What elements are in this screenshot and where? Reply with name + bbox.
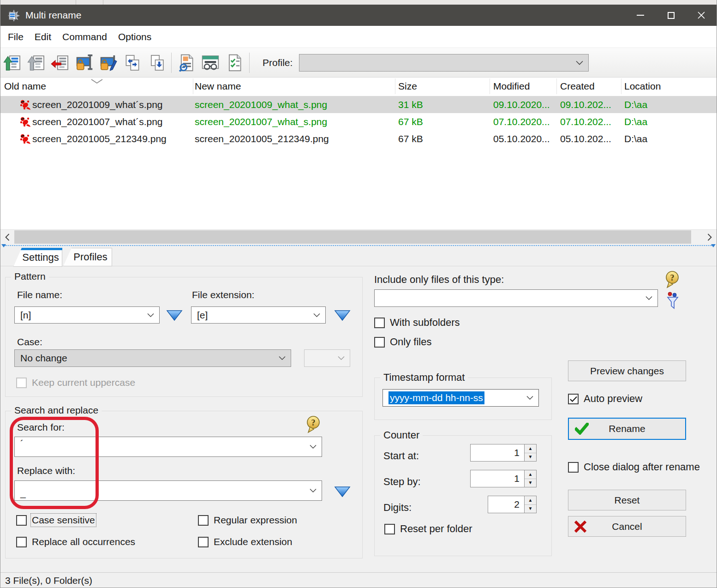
minimize-button[interactable] — [625, 5, 656, 26]
filter-funnel-icon[interactable] — [666, 291, 680, 310]
replace-placeholders-button[interactable] — [334, 485, 351, 498]
help-balloon-icon[interactable]: ? — [306, 416, 321, 434]
toolbar-checklist-button[interactable] — [222, 50, 246, 75]
toolbar-edit-names-editor-button[interactable] — [96, 50, 120, 75]
multi-rename-window: Multi rename File Edit Command Options — [0, 0, 717, 588]
auto-preview-checkbox[interactable]: Auto preview — [568, 393, 642, 405]
chevron-down-icon — [310, 445, 317, 449]
search-replace-group-label: Search and replace — [11, 405, 102, 416]
column-header-new-name[interactable]: New name — [195, 78, 241, 95]
digits-value[interactable]: 2 — [488, 496, 524, 513]
with-subfolders-checkbox[interactable]: With subfolders — [374, 317, 460, 329]
file-extension-combobox[interactable]: [e] — [191, 306, 326, 324]
start-at-value[interactable]: 1 — [470, 444, 524, 462]
start-at-spinner[interactable]: 1 ▲ ▼ — [470, 444, 537, 462]
timestamp-format-combobox[interactable]: yyyy-mm-dd hh-nn-ss — [382, 389, 539, 407]
step-by-value[interactable]: 1 — [470, 470, 524, 487]
replace-with-label: Replace with: — [17, 465, 75, 476]
column-header-modified[interactable]: Modified — [493, 78, 530, 95]
preview-changes-button[interactable]: Preview changes — [568, 360, 686, 381]
pattern-group-label: Pattern — [11, 271, 49, 282]
toolbar-copy-names-button[interactable] — [120, 50, 144, 75]
step-by-spinner[interactable]: 1 ▲ ▼ — [470, 470, 537, 487]
menu-file[interactable]: File — [2, 26, 29, 48]
menu-edit[interactable]: Edit — [29, 26, 57, 48]
digits-spinner[interactable]: 2 ▲ ▼ — [488, 496, 537, 513]
background-strip — [0, 0, 717, 5]
spin-up-button[interactable]: ▲ — [525, 496, 536, 505]
table-row[interactable]: screen_20201009_what´s.png screen_202010… — [0, 96, 717, 113]
close-dialog-after-rename-checkbox[interactable]: Close dialog after rename — [568, 461, 700, 473]
spin-up-button[interactable]: ▲ — [525, 470, 536, 479]
timestamp-group-label: Timestamp format — [380, 372, 468, 384]
table-row[interactable]: screen_20201005_212349.png screen_202010… — [0, 130, 717, 147]
chevron-down-icon — [338, 356, 345, 360]
status-bar: 3 File(s), 0 Folder(s) — [0, 572, 717, 588]
created-date: 05.10.202... — [560, 130, 621, 147]
menu-options[interactable]: Options — [113, 26, 157, 48]
spin-down-button[interactable]: ▼ — [525, 453, 536, 462]
scroll-right-button[interactable] — [703, 230, 717, 244]
reset-button[interactable]: Reset — [568, 490, 686, 510]
spin-down-button[interactable]: ▼ — [525, 505, 536, 513]
cancel-button[interactable]: Cancel — [568, 516, 686, 537]
tab-settings[interactable]: Settings — [13, 248, 62, 267]
spin-down-button[interactable]: ▼ — [525, 479, 536, 487]
reset-per-folder-checkbox[interactable]: Reset per folder — [384, 523, 472, 535]
checkbox-icon — [384, 524, 395, 534]
toolbar-paste-names-button[interactable] — [144, 50, 168, 75]
scroll-left-button[interactable] — [0, 230, 14, 244]
red-x-icon — [574, 521, 586, 533]
replace-with-combobox[interactable]: _ — [14, 480, 322, 501]
toolbar-remove-from-list-button[interactable] — [48, 50, 72, 75]
file-name-placeholders-button[interactable] — [166, 309, 183, 322]
column-header-size[interactable]: Size — [398, 78, 417, 95]
splitter-handle[interactable] — [0, 244, 717, 248]
menu-command[interactable]: Command — [57, 26, 113, 48]
only-files-checkbox[interactable]: Only files — [374, 336, 431, 348]
maximize-button[interactable] — [656, 5, 686, 26]
exclude-extension-checkbox[interactable]: Exclude extension — [198, 536, 292, 547]
rename-button[interactable]: Rename — [568, 418, 686, 440]
chevron-down-icon — [576, 60, 583, 65]
column-header-created[interactable]: Created — [560, 78, 595, 95]
replace-all-occurrences-checkbox[interactable]: Replace all occurrences — [16, 536, 135, 547]
toolbar-move-up-button[interactable] — [24, 50, 48, 75]
regular-expression-checkbox[interactable]: Regular expression — [198, 515, 297, 526]
toolbar-edit-name-button[interactable] — [72, 50, 96, 75]
keep-uppercase-checkbox[interactable]: Keep current uppercase — [16, 377, 135, 388]
horizontal-scrollbar[interactable] — [0, 229, 717, 244]
column-header-old-name[interactable]: Old name — [4, 78, 46, 95]
scrollbar-thumb[interactable] — [14, 230, 691, 244]
case-extra-combobox[interactable] — [304, 349, 350, 367]
search-for-combobox[interactable]: ´ — [14, 437, 322, 457]
modified-date: 05.10.2020... — [493, 130, 557, 147]
minimize-icon — [637, 15, 644, 16]
toolbar-move-up-first-button[interactable] — [0, 50, 24, 75]
profile-label: Profile: — [263, 57, 293, 68]
checklist-icon — [225, 53, 244, 72]
include-files-combobox[interactable] — [374, 289, 658, 307]
checkbox-icon — [16, 537, 27, 547]
case-combobox[interactable]: No change — [14, 349, 291, 367]
toolbar-preview-button[interactable] — [198, 50, 222, 75]
close-button[interactable] — [686, 5, 717, 26]
location: D:\aa — [624, 130, 715, 147]
chevron-down-icon — [310, 489, 317, 493]
file-extension-placeholders-button[interactable] — [334, 309, 351, 322]
help-balloon-icon[interactable]: ? — [665, 271, 680, 289]
new-name: screen_20201007_what_s.png — [195, 113, 394, 130]
copy-names-icon — [123, 53, 142, 72]
tab-profiles[interactable]: Profiles — [63, 248, 112, 266]
step-by-label: Step by: — [383, 476, 421, 488]
profile-combobox[interactable] — [299, 54, 589, 72]
spin-up-button[interactable]: ▲ — [525, 444, 536, 453]
case-sensitive-checkbox[interactable]: Case sensitive — [16, 515, 95, 526]
table-row[interactable]: screen_20201007_what´s.png screen_202010… — [0, 113, 717, 130]
toolbar-view-file-button[interactable] — [174, 50, 198, 75]
file-name-combobox[interactable]: [n] — [14, 306, 160, 324]
svg-text:?: ? — [311, 418, 316, 427]
file-type-gecko-icon — [19, 116, 31, 128]
column-header-location[interactable]: Location — [624, 78, 661, 95]
counter-group-label: Counter — [380, 429, 423, 441]
